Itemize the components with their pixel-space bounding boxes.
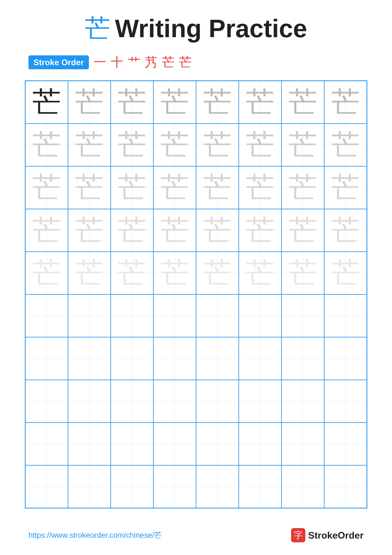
grid-cell-r10c4[interactable] bbox=[153, 465, 196, 508]
grid-cell-r4c2[interactable]: 芒 bbox=[68, 209, 111, 252]
grid-cell-r4c7[interactable]: 芒 bbox=[281, 209, 324, 252]
grid-cell-r3c8[interactable]: 芒 bbox=[324, 166, 367, 209]
grid-cell-r7c6[interactable] bbox=[239, 337, 281, 380]
stroke-5: 芒 bbox=[162, 54, 175, 71]
grid-cell-r7c3[interactable] bbox=[111, 337, 153, 380]
grid-cell-r1c7[interactable]: 芒 bbox=[281, 81, 324, 124]
grid-cell-r7c5[interactable] bbox=[196, 337, 239, 380]
grid-cell-r1c2[interactable]: 芒 bbox=[68, 81, 111, 124]
grid-cell-r1c8[interactable]: 芒 bbox=[324, 81, 367, 124]
grid-cell-r3c5[interactable]: 芒 bbox=[196, 166, 239, 209]
grid-cell-r7c1[interactable] bbox=[25, 337, 68, 380]
grid-cell-r9c7[interactable] bbox=[281, 423, 324, 465]
grid-cell-r6c1[interactable] bbox=[25, 294, 68, 337]
grid-cell-r7c4[interactable] bbox=[153, 337, 196, 380]
grid-cell-r8c4[interactable] bbox=[153, 380, 196, 423]
grid-cell-r9c8[interactable] bbox=[324, 423, 367, 465]
grid-cell-r9c2[interactable] bbox=[68, 423, 111, 465]
page: 芒 Writing Practice Stroke Order 一 十 艹 艿 … bbox=[0, 0, 392, 555]
grid-cell-r5c8[interactable]: 芒 bbox=[324, 252, 367, 294]
footer-logo-char: 字 bbox=[294, 529, 303, 541]
grid-cell-r3c7[interactable]: 芒 bbox=[281, 166, 324, 209]
grid-cell-r2c7[interactable]: 芒 bbox=[281, 124, 324, 166]
grid-cell-r4c5[interactable]: 芒 bbox=[196, 209, 239, 252]
grid-cell-r9c3[interactable] bbox=[111, 423, 153, 465]
footer-brand-name: StrokeOrder bbox=[308, 530, 363, 541]
grid-cell-r4c8[interactable]: 芒 bbox=[324, 209, 367, 252]
grid-cell-r2c6[interactable]: 芒 bbox=[239, 124, 281, 166]
grid-cell-r8c8[interactable] bbox=[324, 380, 367, 423]
grid-cell-r8c1[interactable] bbox=[25, 380, 68, 423]
grid-cell-r10c7[interactable] bbox=[281, 465, 324, 508]
footer-logo-box: 字 bbox=[291, 528, 305, 542]
grid-cell-r6c7[interactable] bbox=[281, 294, 324, 337]
grid-cell-r1c4[interactable]: 芒 bbox=[153, 81, 196, 124]
grid-cell-r10c3[interactable] bbox=[111, 465, 153, 508]
grid-cell-r10c8[interactable] bbox=[324, 465, 367, 508]
grid-cell-r9c1[interactable] bbox=[25, 423, 68, 465]
grid-cell-r7c7[interactable] bbox=[281, 337, 324, 380]
grid-cell-r6c4[interactable] bbox=[153, 294, 196, 337]
grid-cell-r2c4[interactable]: 芒 bbox=[153, 124, 196, 166]
stroke-4: 艿 bbox=[145, 54, 157, 71]
grid-cell-r6c5[interactable] bbox=[196, 294, 239, 337]
grid-cell-r7c2[interactable] bbox=[68, 337, 111, 380]
title-area: 芒 Writing Practice bbox=[85, 16, 307, 41]
stroke-3: 艹 bbox=[128, 54, 140, 71]
grid-cell-r4c3[interactable]: 芒 bbox=[111, 209, 153, 252]
grid-cell-r1c1[interactable]: 芒 bbox=[25, 81, 68, 124]
grid-cell-r3c3[interactable]: 芒 bbox=[111, 166, 153, 209]
grid-cell-r7c8[interactable] bbox=[324, 337, 367, 380]
grid-cell-r3c6[interactable]: 芒 bbox=[239, 166, 281, 209]
grid-cell-r10c5[interactable] bbox=[196, 465, 239, 508]
grid-cell-r5c2[interactable]: 芒 bbox=[68, 252, 111, 294]
grid-cell-r3c1[interactable]: 芒 bbox=[25, 166, 68, 209]
title-text: Writing Practice bbox=[115, 16, 307, 41]
title-chinese-char: 芒 bbox=[85, 16, 110, 41]
grid-cell-r6c8[interactable] bbox=[324, 294, 367, 337]
grid-cell-r3c4[interactable]: 芒 bbox=[153, 166, 196, 209]
grid-cell-r5c6[interactable]: 芒 bbox=[239, 252, 281, 294]
writing-grid[interactable]: 芒 芒 芒 芒 芒 芒 芒 芒 芒 芒 芒 芒 芒 芒 芒 芒 芒 芒 芒 芒 … bbox=[25, 80, 367, 509]
grid-cell-r5c1[interactable]: 芒 bbox=[25, 252, 68, 294]
grid-cell-r10c1[interactable] bbox=[25, 465, 68, 508]
grid-cell-r8c7[interactable] bbox=[281, 380, 324, 423]
grid-cell-r1c5[interactable]: 芒 bbox=[196, 81, 239, 124]
grid-cell-r6c6[interactable] bbox=[239, 294, 281, 337]
grid-cell-r2c1[interactable]: 芒 bbox=[25, 124, 68, 166]
grid-cell-r8c3[interactable] bbox=[111, 380, 153, 423]
grid-cell-r1c3[interactable]: 芒 bbox=[111, 81, 153, 124]
grid-cell-r9c4[interactable] bbox=[153, 423, 196, 465]
grid-cell-r4c4[interactable]: 芒 bbox=[153, 209, 196, 252]
grid-cell-r5c7[interactable]: 芒 bbox=[281, 252, 324, 294]
stroke-order-area: Stroke Order 一 十 艹 艿 芒 芒 bbox=[29, 54, 192, 71]
stroke-sequence: 一 十 艹 艿 芒 芒 bbox=[94, 54, 192, 71]
grid-cell-r2c8[interactable]: 芒 bbox=[324, 124, 367, 166]
grid-cell-r10c6[interactable] bbox=[239, 465, 281, 508]
grid-cell-r5c4[interactable]: 芒 bbox=[153, 252, 196, 294]
stroke-2: 十 bbox=[111, 54, 123, 71]
grid-cell-r5c5[interactable]: 芒 bbox=[196, 252, 239, 294]
grid-cell-r8c5[interactable] bbox=[196, 380, 239, 423]
grid-cell-r2c2[interactable]: 芒 bbox=[68, 124, 111, 166]
grid-cell-r2c5[interactable]: 芒 bbox=[196, 124, 239, 166]
grid-cell-r3c2[interactable]: 芒 bbox=[68, 166, 111, 209]
footer: https://www.strokeorder.com/chinese/芒 字 … bbox=[0, 528, 392, 542]
footer-url[interactable]: https://www.strokeorder.com/chinese/芒 bbox=[29, 530, 162, 540]
grid-cell-r6c2[interactable] bbox=[68, 294, 111, 337]
stroke-6: 芒 bbox=[179, 54, 192, 71]
grid-cell-r4c6[interactable]: 芒 bbox=[239, 209, 281, 252]
grid-cell-r5c3[interactable]: 芒 bbox=[111, 252, 153, 294]
stroke-order-badge: Stroke Order bbox=[29, 55, 89, 69]
grid-cell-r9c5[interactable] bbox=[196, 423, 239, 465]
stroke-1: 一 bbox=[94, 54, 106, 71]
footer-brand: 字 StrokeOrder bbox=[291, 528, 363, 542]
grid-cell-r1c6[interactable]: 芒 bbox=[239, 81, 281, 124]
grid-cell-r10c2[interactable] bbox=[68, 465, 111, 508]
grid-cell-r8c2[interactable] bbox=[68, 380, 111, 423]
grid-cell-r9c6[interactable] bbox=[239, 423, 281, 465]
grid-cell-r2c3[interactable]: 芒 bbox=[111, 124, 153, 166]
grid-cell-r4c1[interactable]: 芒 bbox=[25, 209, 68, 252]
grid-cell-r6c3[interactable] bbox=[111, 294, 153, 337]
grid-cell-r8c6[interactable] bbox=[239, 380, 281, 423]
